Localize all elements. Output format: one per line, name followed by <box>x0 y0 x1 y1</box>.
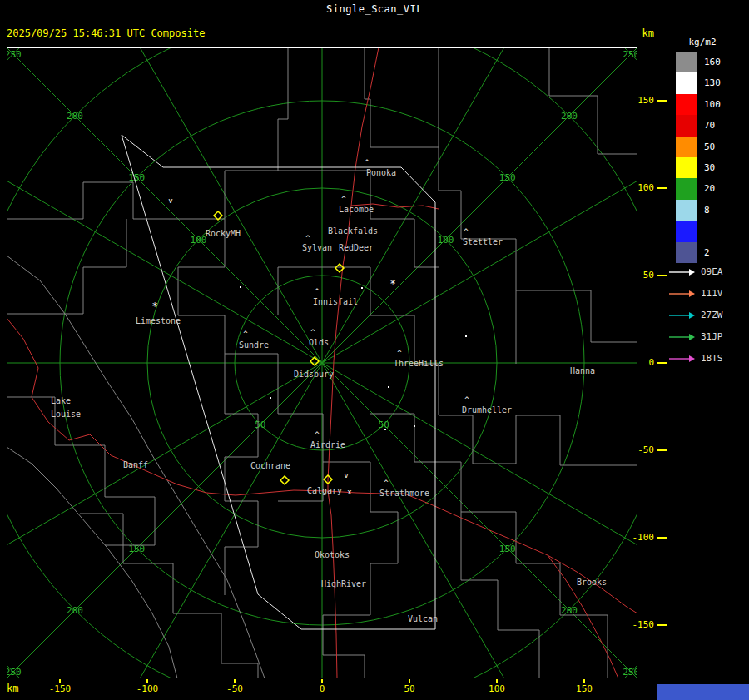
station-row: 111V <box>669 288 723 299</box>
station-arrow-icon <box>669 268 696 276</box>
town-label: Limestone <box>136 316 181 325</box>
caret-marker: ^ <box>243 330 248 338</box>
station-row: 18TS <box>669 353 723 364</box>
right-tick-label: 100 <box>624 182 654 193</box>
range-ring-label: 50 <box>379 420 389 430</box>
dot-marker <box>270 397 271 399</box>
cross-marker: x <box>347 488 352 496</box>
station-row: 31JP <box>669 331 723 342</box>
dot-marker <box>388 386 389 388</box>
right-tick-mark <box>657 100 667 102</box>
bottom-tick-mark <box>496 679 498 683</box>
right-axis-unit: km <box>623 27 654 39</box>
town-label: Didsbury <box>294 370 334 379</box>
titlebar-rule-top <box>0 2 749 2</box>
legend-swatch <box>676 242 697 263</box>
corner-blue-panel <box>657 684 749 700</box>
range-ring-label: 100 <box>438 235 454 246</box>
legend-value-label: 100 <box>704 99 721 110</box>
bottom-tick-mark <box>146 679 148 683</box>
town-label: Lacombe <box>339 205 374 214</box>
radar-map-svg[interactable]: 5050100100150150150150200200200200250250… <box>7 47 637 678</box>
county-boundary <box>278 171 439 267</box>
right-tick-label: 0 <box>624 357 654 368</box>
vee-marker: v <box>344 471 348 479</box>
town-label: Louise <box>51 410 81 419</box>
station-row: 27ZW <box>669 310 723 320</box>
range-ring-label: 200 <box>67 111 83 122</box>
range-ring-label: 250 <box>7 49 22 60</box>
bottom-tick-label: 50 <box>393 683 426 694</box>
county-boundary <box>439 47 637 342</box>
bottom-tick-label: 150 <box>568 683 601 694</box>
legend-swatch <box>676 94 697 115</box>
town-label: ThreeHills <box>394 359 444 368</box>
range-ring-label: 150 <box>128 172 145 183</box>
range-ring-label: 150 <box>499 544 516 554</box>
bottom-tick-label: -100 <box>131 683 164 694</box>
right-tick-mark <box>657 275 667 276</box>
caret-marker: ^ <box>397 349 402 357</box>
range-ring-label: 150 <box>499 172 516 183</box>
legend-value-label: 30 <box>704 162 715 173</box>
caret-marker: ^ <box>310 328 315 336</box>
town-label: Okotoks <box>315 550 350 559</box>
right-tick-label: -150 <box>624 619 654 630</box>
station-arrow-icon <box>669 290 696 298</box>
town-label: Blackfalds <box>328 226 378 236</box>
caret-marker: ^ <box>341 195 346 203</box>
right-tick-mark <box>657 187 667 189</box>
legend-swatch <box>676 115 697 136</box>
town-label: Innisfail <box>313 297 358 306</box>
county-boundary <box>7 219 126 314</box>
range-ring-label: 250 <box>7 667 22 678</box>
county-boundary <box>225 354 258 595</box>
right-tick-mark <box>657 362 667 364</box>
right-tick-mark <box>657 624 667 626</box>
diamond-marker <box>280 476 289 484</box>
bottom-axis-unit: km <box>7 683 18 694</box>
range-ring-label: 50 <box>255 420 265 430</box>
caret-marker: ^ <box>315 430 320 439</box>
station-id-label: 18TS <box>701 353 723 364</box>
bottom-tick-label: -50 <box>218 683 251 694</box>
town-label: Drumheller <box>462 405 512 415</box>
town-label: HighRiver <box>321 579 366 588</box>
legend-swatch <box>676 157 697 178</box>
range-ring-label: 200 <box>561 605 578 616</box>
caret-marker: ^ <box>365 158 370 166</box>
right-tick-label: -50 <box>624 444 654 455</box>
radar-map-display[interactable]: 5050100100150150150150200200200200250250… <box>7 47 637 678</box>
county-boundary <box>225 47 288 219</box>
bottom-tick-mark <box>234 679 236 683</box>
legend-swatch <box>676 178 697 199</box>
titlebar-rule-bottom <box>0 17 749 17</box>
town-label: Ponoka <box>366 168 396 177</box>
right-tick-mark <box>657 537 667 539</box>
town-label: Lake <box>51 396 71 405</box>
bottom-tick-label: -150 <box>43 683 77 694</box>
legend-value-label: 20 <box>704 183 715 194</box>
county-boundary <box>370 414 608 678</box>
town-label: RockyMH <box>206 229 241 238</box>
town-label: Hanna <box>570 366 595 375</box>
scan-timestamp: 2025/09/25 15:46:31 UTC Composite <box>7 27 205 39</box>
highway-line <box>328 491 637 613</box>
station-id-label: 27ZW <box>701 310 723 320</box>
radar-app-window: Single_Scan_VIL 2025/09/25 15:46:31 UTC … <box>0 0 749 700</box>
caret-marker: ^ <box>464 227 469 236</box>
dot-marker <box>465 335 467 337</box>
county-boundary <box>80 514 258 678</box>
bottom-tick-mark <box>409 679 410 683</box>
window-title: Single_Scan_VIL <box>0 3 749 15</box>
legend-value-label: 8 <box>704 205 710 216</box>
legend-swatch <box>676 72 697 93</box>
legend-value-label: 50 <box>704 141 715 152</box>
station-row: 09EA <box>669 266 723 277</box>
town-label: Cochrane <box>250 461 290 470</box>
caret-marker: ^ <box>305 234 310 242</box>
asterisk-marker: * <box>389 278 395 290</box>
town-label: Calgary <box>307 486 342 495</box>
station-id-label: 111V <box>701 288 723 299</box>
town-label: Airdrie <box>310 440 345 449</box>
